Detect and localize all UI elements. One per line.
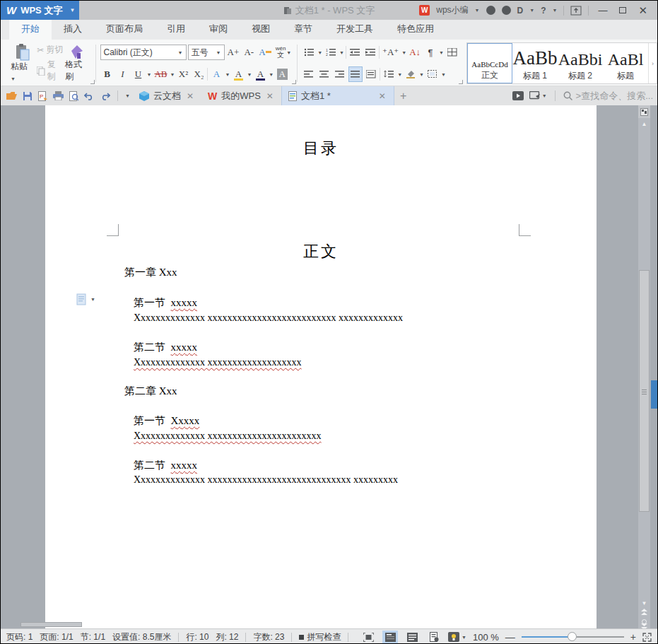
new-tab-button[interactable]: + <box>394 90 412 103</box>
font-name-combo[interactable]: Calibri (正文)▼ <box>100 45 187 60</box>
zoom-slider-knob[interactable] <box>568 632 577 641</box>
doc-assistant-button[interactable]: ▼ <box>448 632 466 642</box>
ch2-sec1-body[interactable]: Xxxxxxxxxxxxxx xxxxxxxxxxxxxxxxxxxxxxx <box>134 431 322 442</box>
maximize-button[interactable] <box>616 5 629 16</box>
ch2-sec2-body[interactable]: Xxxxxxxxxxxxxx xxxxxxxxxxxxxxxxxxxxxxxxx… <box>134 474 398 486</box>
feedback-icon[interactable] <box>486 6 495 15</box>
minimize-button[interactable]: — <box>595 5 610 16</box>
borders-button[interactable] <box>425 66 440 82</box>
command-search[interactable]: >查找命令、搜索... <box>563 90 653 103</box>
ribbon-tab-section[interactable]: 章节 <box>282 19 324 40</box>
status-wordcount[interactable]: 字数: 23 <box>253 631 284 643</box>
vertical-scrollbar[interactable]: ▲ ▼ <box>638 105 650 628</box>
font-size-combo[interactable]: 五号▼ <box>188 45 225 60</box>
chapter2-title[interactable]: 第二章 Xxx <box>124 385 177 398</box>
docer-icon[interactable]: D <box>517 6 524 16</box>
style-heading1[interactable]: AaBb 标题 1 <box>512 43 558 83</box>
paragraph-mark-chevron-icon[interactable]: ▼ <box>439 50 444 55</box>
redo-button[interactable] <box>100 91 110 100</box>
bullet-list-chevron-icon[interactable]: ▼ <box>317 50 322 55</box>
line-spacing-chevron-icon[interactable]: ▼ <box>397 72 402 77</box>
close-tab-icon[interactable]: ✕ <box>377 91 387 101</box>
ch1-sec2-heading[interactable]: 第二节 xxxxx <box>134 341 197 354</box>
grow-font-button[interactable]: A+ <box>226 45 241 60</box>
shading-bucket-button[interactable] <box>404 66 418 82</box>
line-spacing-button[interactable] <box>382 66 396 82</box>
styles-gallery-more-button[interactable]: › <box>648 43 657 83</box>
align-center-button[interactable] <box>317 66 331 82</box>
font-color-button[interactable]: A <box>253 66 267 82</box>
font-dialog-launcher[interactable] <box>292 80 296 84</box>
ribbon-tab-view[interactable]: 视图 <box>240 19 282 40</box>
qat-customize-chevron-icon[interactable]: ▼ <box>125 93 130 98</box>
borders-chevron-icon[interactable]: ▼ <box>441 72 446 77</box>
fit-page-button[interactable] <box>642 633 652 642</box>
ch1-sec1-heading[interactable]: 第一节 xxxxx <box>134 296 197 310</box>
document-canvas[interactable]: 目录 正文 第一章 Xxx ▼ 第一节 xxxxx Xxxxxxxxxxxxxx… <box>1 105 657 628</box>
clipboard-dialog-launcher[interactable] <box>90 80 95 84</box>
strikethrough-button[interactable]: AB <box>153 66 168 82</box>
help-chevron-icon[interactable]: ▼ <box>552 8 557 13</box>
text-tool-chevron-icon[interactable]: ▼ <box>401 50 406 55</box>
increase-indent-button[interactable] <box>363 45 377 60</box>
numbered-list-chevron-icon[interactable]: ▼ <box>339 50 344 55</box>
style-heading2[interactable]: AaBbi 标题 2 <box>558 43 603 83</box>
toc-heading[interactable]: 目录 <box>45 138 597 159</box>
zoom-out-button[interactable]: — <box>505 631 515 643</box>
paste-button[interactable]: 粘贴 ▼ <box>8 42 37 84</box>
spellcheck-toggle[interactable]: 拼写检查 <box>299 631 341 643</box>
sort-button[interactable]: A↓ <box>408 45 422 60</box>
italic-button[interactable]: I <box>116 66 130 82</box>
ribbon-tab-developer[interactable]: 开发工具 <box>324 19 385 40</box>
strikethrough-chevron-icon[interactable]: ▼ <box>170 72 175 77</box>
doc-tab-document1[interactable]: 文档1 * ✕ <box>281 86 394 105</box>
scroll-up-button[interactable]: ▲ <box>638 118 650 129</box>
paragraph-dialog-launcher[interactable] <box>459 80 463 84</box>
bold-button[interactable]: B <box>100 66 114 82</box>
previous-page-button[interactable] <box>638 609 650 615</box>
fullscreen-view-button[interactable] <box>360 631 376 643</box>
shrink-font-button[interactable]: A- <box>242 45 256 60</box>
decrease-indent-button[interactable] <box>348 45 362 60</box>
ribbon-tab-insert[interactable]: 插入 <box>52 19 94 40</box>
align-left-button[interactable] <box>302 66 316 82</box>
paste-options-button[interactable]: ▼ <box>76 293 95 305</box>
ribbon-tab-page-layout[interactable]: 页面布局 <box>94 19 155 40</box>
undo-button[interactable] <box>84 91 95 100</box>
text-effects-button[interactable]: A <box>209 66 223 82</box>
highlight-color-button[interactable]: A <box>231 66 245 82</box>
close-button[interactable]: ✕ <box>635 4 650 17</box>
doc-tab-cloud[interactable]: 云文档 ✕ <box>133 86 201 105</box>
export-pdf-button[interactable]: P <box>37 90 48 101</box>
align-right-button[interactable] <box>333 66 347 82</box>
chapter1-title[interactable]: 第一章 Xxx <box>124 266 177 279</box>
highlight-chevron-icon[interactable]: ▼ <box>247 72 252 77</box>
subscript-button[interactable]: X₂ <box>192 66 206 82</box>
document-page[interactable] <box>45 105 597 628</box>
docer-chevron-icon[interactable]: ▼ <box>529 8 534 13</box>
play-presentation-icon[interactable] <box>512 91 524 100</box>
justify-button[interactable] <box>348 66 363 82</box>
cut-button[interactable]: ✂剪切 <box>37 44 64 56</box>
font-color-chevron-icon[interactable]: ▼ <box>269 72 274 77</box>
skin-icon[interactable] <box>502 6 511 15</box>
copy-button[interactable]: 复制 <box>37 59 64 83</box>
ch1-sec1-body[interactable]: Xxxxxxxxxxxxxx xxxxxxxxxxxxxxxxxxxxxxxxx… <box>134 312 403 324</box>
ruler-toggle-button[interactable] <box>638 105 650 118</box>
ribbon-tab-review[interactable]: 审阅 <box>197 19 240 40</box>
task-pane-handle[interactable] <box>651 380 657 409</box>
app-menu-button[interactable]: W WPS 文字 ▼ <box>1 1 79 20</box>
text-layout-button[interactable] <box>445 45 459 60</box>
ch2-sec2-heading[interactable]: 第二节 xxxxx <box>134 459 197 472</box>
ribbon-tab-references[interactable]: 引用 <box>155 19 197 40</box>
style-heading[interactable]: AaBl 标题 <box>603 43 648 83</box>
doc-tab-mywps[interactable]: W 我的WPS ✕ <box>201 86 281 105</box>
print-preview-button[interactable] <box>69 90 79 101</box>
open-button[interactable] <box>6 90 17 101</box>
phonetic-guide-button[interactable]: wén文 ▼ <box>274 45 293 60</box>
body-heading[interactable]: 正文 <box>45 241 597 262</box>
ch2-sec1-heading[interactable]: 第一节 Xxxxx <box>134 414 199 428</box>
close-tab-icon[interactable]: ✕ <box>265 91 275 101</box>
clear-format-button[interactable]: A <box>257 45 272 60</box>
paragraph-mark-button[interactable]: ¶ <box>423 45 437 60</box>
